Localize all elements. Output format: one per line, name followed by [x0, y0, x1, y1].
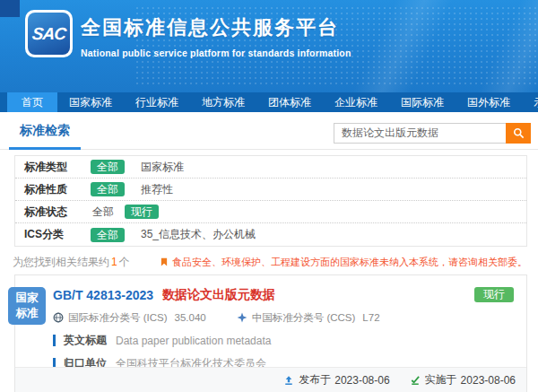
masthead-text: 全国标准信息公共服务平台 National public service pla…: [81, 14, 351, 58]
site-subtitle: National public service platform for sta…: [81, 48, 351, 58]
sac-logo-background: SAC: [28, 13, 70, 55]
field-label: 英文标题: [64, 333, 107, 348]
standard-title-link[interactable]: 数据论文出版元数据: [162, 287, 275, 303]
publish-date: 发布于 2023-08-06: [283, 372, 389, 388]
field-accent-bar: [53, 335, 56, 346]
result-count-number: 1: [109, 256, 119, 268]
filter-all-selected[interactable]: 全部: [91, 228, 125, 242]
nav-item-international-standards[interactable]: 国际标准: [389, 92, 456, 112]
card-body: GB/T 42813-2023 数据论文出版元数据 国际标准分类号 (ICS) …: [15, 275, 526, 370]
filter-status-selected[interactable]: 现行: [125, 205, 159, 219]
nav-item-demo-zone-standards[interactable]: 示范区标准: [522, 92, 538, 112]
filter-label: 标准状态: [24, 205, 80, 220]
implement-date-value: 2023-08-06: [461, 374, 516, 387]
result-count: 为您找到相关结果约1个: [13, 255, 130, 270]
page: SAC 全国标准信息公共服务平台 National public service…: [0, 0, 538, 392]
result-count-prefix: 为您找到相关结果约: [13, 256, 109, 268]
bookmark-icon: [160, 257, 169, 267]
filter-option[interactable]: 推荐性: [141, 182, 173, 197]
publish-date-value: 2023-08-06: [334, 374, 389, 387]
filter-label: 标准类型: [24, 160, 80, 175]
main-nav: 首页 国家标准 行业标准 地方标准 团体标准 企业标准 国际标准 国外标准 示范…: [0, 92, 538, 112]
search-button[interactable]: [506, 123, 531, 144]
search-input[interactable]: [334, 123, 506, 144]
filter-all-selected[interactable]: 全部: [91, 160, 125, 174]
ccs-label: 中国标准分类号 (CCS): [252, 311, 356, 325]
ics-classification: 国际标准分类号 (ICS) 35.040: [53, 311, 206, 325]
filter-label: 标准性质: [24, 182, 80, 197]
search-group: [334, 123, 531, 144]
nav-item-home[interactable]: 首页: [7, 92, 57, 112]
ccs-classification: 中国标准分类号 (CCS) L72: [237, 311, 380, 325]
implement-label: 实施于: [425, 372, 457, 388]
sac-logo[interactable]: SAC: [25, 10, 73, 57]
nav-item-foreign-standards[interactable]: 国外标准: [456, 92, 522, 112]
globe-icon: [53, 312, 64, 323]
field-english-title: 英文标题 Data paper publication metadata: [53, 334, 514, 347]
nav-item-local-standards[interactable]: 地方标准: [190, 92, 256, 112]
card-meta-row: 国际标准分类号 (ICS) 35.040 中国标准分类号 (CCS) L72: [53, 311, 514, 324]
filter-option[interactable]: 国家标准: [141, 160, 184, 175]
publish-upload-icon: [283, 375, 294, 386]
publish-label: 发布于: [299, 372, 331, 388]
ccs-value: L72: [362, 312, 379, 323]
tab-standard-search[interactable]: 标准检索: [9, 123, 81, 150]
nav-item-group-standards[interactable]: 团体标准: [256, 92, 323, 112]
field-value: Data paper publication metadata: [116, 335, 271, 347]
result-card: 国家 标准 现行 GB/T 42813-2023 数据论文出版元数据 国际标准分…: [14, 274, 527, 392]
standard-type-badge-line1: 国家: [16, 291, 39, 306]
standard-code-link[interactable]: GB/T 42813-2023: [53, 288, 153, 302]
filter-option[interactable]: 35_信息技术、办公机械: [141, 227, 256, 242]
system-notice: 食品安全、环境保护、工程建设方面的国家标准未纳入本系统，请咨询相关部委。: [160, 256, 527, 269]
ics-value: 35.040: [175, 312, 206, 323]
nav-item-enterprise-standards[interactable]: 企业标准: [323, 92, 389, 112]
card-footer: 发布于 2023-08-06 实施于 2023-08-06: [15, 367, 526, 392]
sac-logo-text: SAC: [31, 24, 66, 44]
nav-item-national-standards[interactable]: 国家标准: [57, 92, 124, 112]
site-title: 全国标准信息公共服务平台: [81, 14, 351, 41]
card-title-row: GB/T 42813-2023 数据论文出版元数据: [53, 287, 514, 303]
search-section: 标准检索: [0, 112, 538, 150]
standard-type-badge-line2: 标准: [16, 306, 39, 321]
filter-panel: 标准类型 全部 国家标准 标准性质 全部 推荐性 标准状态 全部 现行 ICS分…: [14, 155, 527, 247]
result-meta-row: 为您找到相关结果约1个 食品安全、环境保护、工程建设方面的国家标准未纳入本系统，…: [13, 254, 527, 270]
filter-row-standard-type: 标准类型 全部 国家标准: [15, 156, 526, 179]
nav-item-industry-standards[interactable]: 行业标准: [124, 92, 190, 112]
header-corner-decoration: [0, 0, 20, 17]
status-badge: 现行: [474, 287, 514, 302]
standard-type-badge: 国家 标准: [8, 287, 46, 325]
header-light-streak: [412, 0, 538, 92]
compass-star-icon: [237, 312, 247, 323]
filter-row-standard-nature: 标准性质 全部 推荐性: [15, 179, 526, 201]
filter-all-selected[interactable]: 全部: [91, 182, 125, 196]
ics-label: 国际标准分类号 (ICS): [68, 311, 168, 325]
filter-option-all[interactable]: 全部: [92, 205, 114, 220]
implement-date: 实施于 2023-08-06: [410, 372, 516, 388]
site-header: SAC 全国标准信息公共服务平台 National public service…: [0, 0, 538, 92]
filter-row-standard-status: 标准状态 全部 现行: [15, 201, 526, 223]
search-icon: [513, 127, 525, 139]
tab-standard-search-label: 标准检索: [20, 123, 70, 137]
result-count-suffix: 个: [119, 256, 130, 268]
implement-check-icon: [410, 375, 421, 386]
system-notice-text: 食品安全、环境保护、工程建设方面的国家标准未纳入本系统，请咨询相关部委。: [172, 256, 527, 269]
filter-label: ICS分类: [24, 227, 80, 242]
filter-row-ics-category: ICS分类 全部 35_信息技术、办公机械: [15, 223, 526, 246]
